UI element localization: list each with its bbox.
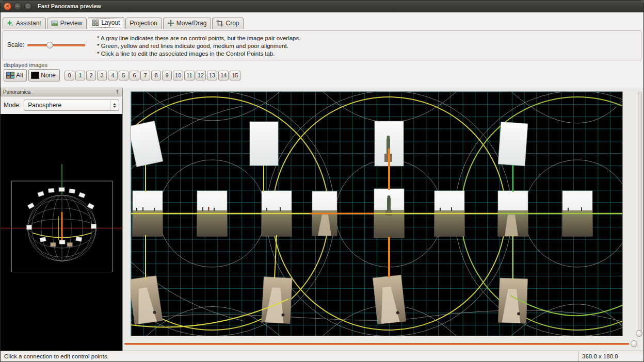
tab-bar: Assistant Preview Layout Projection xyxy=(1,12,643,29)
image-toggle-button[interactable]: 15 xyxy=(230,71,240,80)
preview-icon xyxy=(51,20,58,27)
panorama-side-panel: Panoramica Mode: Panosphere xyxy=(1,88,123,351)
titlebar: ✕ − □ Fast Panorama preview xyxy=(1,1,643,12)
tab-move-drag[interactable]: Move/Drag xyxy=(163,18,212,29)
vertical-scrollbar[interactable] xyxy=(638,92,642,336)
image-toggle-button[interactable]: 0 xyxy=(65,71,74,80)
panel-header: Panoramica xyxy=(1,88,122,96)
status-bar: Click a connection to edit control point… xyxy=(1,351,643,361)
pin-icon[interactable] xyxy=(115,89,120,95)
mode-row: Mode: Panosphere xyxy=(1,96,122,114)
mode-select[interactable]: Panosphere xyxy=(24,100,119,111)
image-toggle-button[interactable]: 7 xyxy=(140,71,150,80)
layout-canvas[interactable] xyxy=(131,91,623,336)
horizontal-scrollbar-handle[interactable] xyxy=(631,340,637,347)
tab-label: Crop xyxy=(226,20,239,27)
scale-slider-track[interactable] xyxy=(27,44,85,46)
scale-row: Scale: xyxy=(7,41,90,48)
legend-note-click: * Click a line to edit the associated im… xyxy=(97,50,300,58)
tab-layout[interactable]: Layout xyxy=(88,17,124,29)
status-message: Click a connection to edit control point… xyxy=(1,353,578,359)
image-toggle-button[interactable]: 10 xyxy=(173,71,183,80)
app-window: ✕ − □ Fast Panorama preview Assistant Pr… xyxy=(0,0,644,362)
image-toggle-button[interactable]: 4 xyxy=(108,71,118,80)
spin-up-icon xyxy=(113,103,116,105)
tab-label: Layout xyxy=(101,19,120,26)
image-toggle-button[interactable]: 14 xyxy=(218,71,229,80)
tab-crop[interactable]: Crop xyxy=(212,18,244,29)
no-images-label: None xyxy=(41,72,56,79)
canvas-size-readout: 360.0 x 180.0 xyxy=(578,351,643,361)
image-toggle-button[interactable]: 2 xyxy=(86,71,96,80)
tab-label: Move/Drag xyxy=(176,20,207,27)
image-toggle-button[interactable]: 6 xyxy=(130,71,139,80)
layout-canvas-area xyxy=(123,88,643,351)
all-images-label: All xyxy=(16,72,23,79)
mode-value: Panosphere xyxy=(28,102,61,109)
legend-note-gray: * A gray line indicates there are no con… xyxy=(97,35,300,42)
displayed-images-label: displayed images xyxy=(4,62,640,68)
spin-down-icon xyxy=(113,106,116,108)
panosphere-wireframe xyxy=(1,114,122,351)
tab-label: Preview xyxy=(60,20,83,27)
image-toggle-button[interactable]: 1 xyxy=(75,71,85,80)
combo-spinner-icon[interactable] xyxy=(110,100,119,110)
panel-title: Panoramica xyxy=(3,89,30,95)
layout-graph xyxy=(131,92,622,336)
image-toggle-button[interactable]: 5 xyxy=(119,71,128,80)
tab-label: Assistant xyxy=(16,20,41,27)
tab-projection[interactable]: Projection xyxy=(125,18,162,29)
image-toggle-button[interactable]: 13 xyxy=(207,71,217,80)
legend-notes: * A gray line indicates there are no con… xyxy=(97,35,300,58)
layout-icon xyxy=(92,19,99,26)
no-images-button[interactable]: None xyxy=(28,69,60,81)
close-button[interactable]: ✕ xyxy=(4,3,11,10)
crop-icon xyxy=(216,20,223,27)
image-toggle-button[interactable]: 11 xyxy=(184,71,194,80)
assistant-icon xyxy=(7,20,14,27)
tab-label: Projection xyxy=(130,20,157,27)
info-panel: Scale: * A gray line indicates there are… xyxy=(3,30,641,60)
all-images-button[interactable]: All xyxy=(4,69,27,81)
displayed-images-group: displayed images All None 0 xyxy=(1,62,643,88)
vertical-scrollbar-handle[interactable] xyxy=(636,330,642,337)
scale-label: Scale: xyxy=(7,41,24,48)
maximize-button[interactable]: □ xyxy=(24,3,32,10)
tab-preview[interactable]: Preview xyxy=(47,18,87,29)
move-drag-icon xyxy=(167,20,174,27)
horizontal-scrollbar[interactable] xyxy=(124,343,629,345)
image-toggle-button[interactable]: 3 xyxy=(97,71,107,80)
minimize-button[interactable]: − xyxy=(14,3,22,10)
main-area: Panoramica Mode: Panosphere xyxy=(1,88,643,351)
window-title: Fast Panorama preview xyxy=(38,3,101,9)
displayed-images-row: All None 0 1 2 3 4 xyxy=(4,69,640,81)
image-number-buttons: 0 1 2 3 4 5 6 7 8 9 xyxy=(65,71,240,80)
image-toggle-button[interactable]: 12 xyxy=(196,71,206,80)
all-images-icon xyxy=(6,72,14,79)
legend-note-colors: * Green, yellow and red lines indicate g… xyxy=(97,42,300,50)
tab-assistant[interactable]: Assistant xyxy=(3,18,46,29)
scale-slider[interactable] xyxy=(27,42,85,48)
no-images-icon xyxy=(31,72,39,79)
scale-slider-handle[interactable] xyxy=(46,42,53,48)
image-toggle-button[interactable]: 9 xyxy=(162,71,172,80)
image-toggle-button[interactable]: 8 xyxy=(151,71,161,80)
mode-label: Mode: xyxy=(4,102,21,109)
panosphere-preview[interactable] xyxy=(1,114,122,351)
